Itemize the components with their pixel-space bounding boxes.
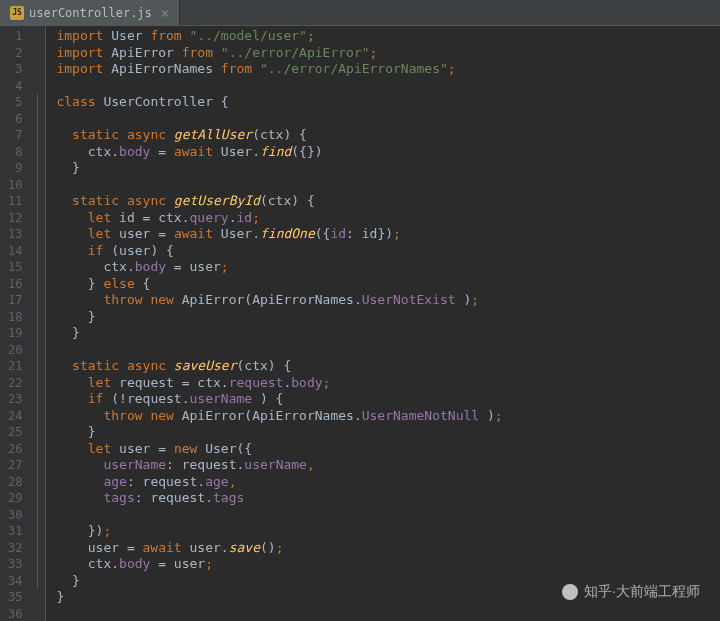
fold-gutter: [32, 26, 46, 621]
code-line[interactable]: let request = ctx.request.body;: [56, 375, 720, 392]
line-number: 29: [8, 490, 22, 507]
line-number: 35: [8, 589, 22, 606]
line-number: 11: [8, 193, 22, 210]
code-line[interactable]: });: [56, 523, 720, 540]
code-area[interactable]: import User from "../model/user";import …: [46, 26, 720, 621]
code-line[interactable]: }: [56, 160, 720, 177]
code-line[interactable]: throw new ApiError(ApiErrorNames.UserNam…: [56, 408, 720, 425]
line-number: 31: [8, 523, 22, 540]
line-number: 9: [8, 160, 22, 177]
line-number: 12: [8, 210, 22, 227]
code-line[interactable]: if (!request.userName ) {: [56, 391, 720, 408]
line-number: 25: [8, 424, 22, 441]
code-line[interactable]: [56, 78, 720, 95]
code-line[interactable]: class UserController {: [56, 94, 720, 111]
line-number: 19: [8, 325, 22, 342]
line-number: 3: [8, 61, 22, 78]
line-number: 1: [8, 28, 22, 45]
tab-bar: JS userController.js ×: [0, 0, 720, 26]
line-number: 13: [8, 226, 22, 243]
code-line[interactable]: let user = await User.findOne({id: id});: [56, 226, 720, 243]
line-number: 26: [8, 441, 22, 458]
line-number: 23: [8, 391, 22, 408]
code-line[interactable]: age: request.age,: [56, 474, 720, 491]
line-number: 10: [8, 177, 22, 194]
line-number: 6: [8, 111, 22, 128]
code-line[interactable]: tags: request.tags: [56, 490, 720, 507]
line-number: 32: [8, 540, 22, 557]
line-number: 14: [8, 243, 22, 260]
code-line[interactable]: }: [56, 589, 720, 606]
code-line[interactable]: ctx.body = user;: [56, 556, 720, 573]
code-line[interactable]: let user = new User({: [56, 441, 720, 458]
js-file-icon: JS: [10, 6, 24, 20]
line-number: 7: [8, 127, 22, 144]
line-number: 34: [8, 573, 22, 590]
code-line[interactable]: import User from "../model/user";: [56, 28, 720, 45]
file-tab[interactable]: JS userController.js ×: [0, 0, 180, 25]
code-line[interactable]: }: [56, 325, 720, 342]
line-number: 5: [8, 94, 22, 111]
code-line[interactable]: user = await user.save();: [56, 540, 720, 557]
code-line[interactable]: if (user) {: [56, 243, 720, 260]
line-number: 30: [8, 507, 22, 524]
line-number: 27: [8, 457, 22, 474]
code-line[interactable]: } else {: [56, 276, 720, 293]
tab-filename: userController.js: [29, 6, 152, 20]
code-line[interactable]: let id = ctx.query.id;: [56, 210, 720, 227]
line-number: 15: [8, 259, 22, 276]
line-number: 21: [8, 358, 22, 375]
line-number: 17: [8, 292, 22, 309]
line-number: 33: [8, 556, 22, 573]
code-line[interactable]: [56, 177, 720, 194]
line-number-gutter: 1234567891011121314151617181920212223242…: [0, 26, 32, 621]
line-number: 8: [8, 144, 22, 161]
line-number: 20: [8, 342, 22, 359]
code-line[interactable]: [56, 606, 720, 622]
code-line[interactable]: }: [56, 309, 720, 326]
line-number: 22: [8, 375, 22, 392]
code-line[interactable]: ctx.body = await User.find({}): [56, 144, 720, 161]
code-line[interactable]: import ApiErrorNames from "../error/ApiE…: [56, 61, 720, 78]
code-line[interactable]: throw new ApiError(ApiErrorNames.UserNot…: [56, 292, 720, 309]
line-number: 16: [8, 276, 22, 293]
code-line[interactable]: import ApiError from "../error/ApiError"…: [56, 45, 720, 62]
code-line[interactable]: static async getUserById(ctx) {: [56, 193, 720, 210]
line-number: 4: [8, 78, 22, 95]
code-line[interactable]: [56, 111, 720, 128]
code-line[interactable]: ctx.body = user;: [56, 259, 720, 276]
close-icon[interactable]: ×: [161, 5, 169, 21]
code-line[interactable]: }: [56, 573, 720, 590]
code-line[interactable]: userName: request.userName,: [56, 457, 720, 474]
line-number: 24: [8, 408, 22, 425]
code-line[interactable]: static async getAllUser(ctx) {: [56, 127, 720, 144]
code-editor[interactable]: 1234567891011121314151617181920212223242…: [0, 26, 720, 621]
code-line[interactable]: [56, 342, 720, 359]
line-number: 2: [8, 45, 22, 62]
line-number: 36: [8, 606, 22, 622]
code-line[interactable]: }: [56, 424, 720, 441]
code-line[interactable]: static async saveUser(ctx) {: [56, 358, 720, 375]
line-number: 28: [8, 474, 22, 491]
line-number: 18: [8, 309, 22, 326]
